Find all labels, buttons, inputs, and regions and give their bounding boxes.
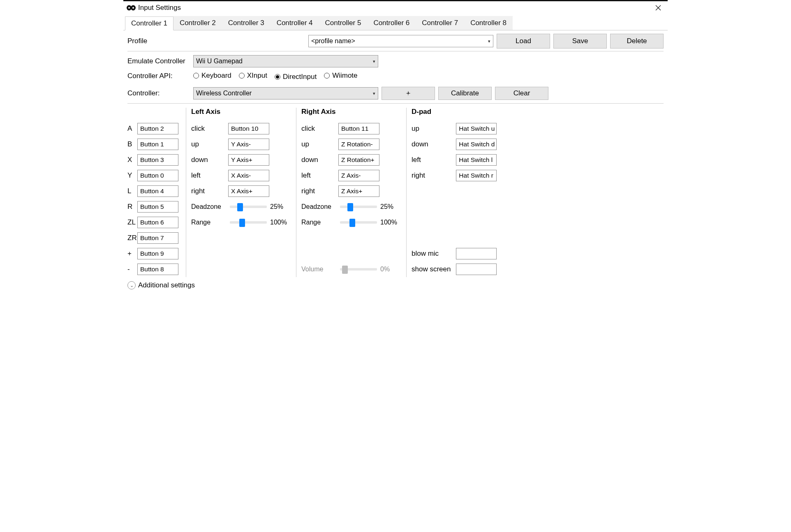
emulate-combo[interactable]: Wii U Gamepad ▾ (193, 55, 378, 67)
right-axis-binding-click[interactable]: Button 11 (338, 123, 379, 134)
button-row-b: BButton 1 (127, 136, 182, 152)
button-label: ZR (127, 234, 137, 242)
compass-button[interactable] (382, 87, 435, 100)
volume-value: 0% (380, 266, 399, 273)
controller-value: Wireless Controller (196, 90, 252, 97)
right-axis-binding-left[interactable]: Z Axis- (338, 170, 379, 181)
button-binding-x[interactable]: Button 3 (137, 154, 178, 166)
button-binding-zl[interactable]: Button 6 (137, 217, 178, 228)
left-axis-binding-right[interactable]: X Axis+ (228, 185, 269, 197)
dpad-binding-left[interactable]: Hat Switch l (456, 154, 497, 166)
left-axis-binding-click[interactable]: Button 10 (228, 123, 269, 134)
button-label: X (127, 156, 137, 164)
left-range-row: Range100% (191, 215, 292, 230)
button-label: + (127, 250, 137, 258)
button-binding--[interactable]: Button 8 (137, 264, 178, 275)
controller-combo[interactable]: Wireless Controller ▾ (193, 87, 378, 99)
api-radio-directinput[interactable]: DirectInput (275, 73, 317, 81)
dpad-binding-right[interactable]: Hat Switch r (456, 170, 497, 181)
right-deadzone-slider[interactable] (340, 206, 377, 208)
right-range-value: 100% (380, 219, 399, 226)
tab-controller-6[interactable]: Controller 6 (367, 16, 416, 30)
left-axis-binding-down[interactable]: Y Axis+ (228, 154, 269, 166)
chevron-down-icon: ▾ (488, 39, 490, 44)
button-binding-y[interactable]: Button 0 (137, 170, 178, 181)
right-axis-label: down (301, 156, 338, 164)
dpad-binding-up[interactable]: Hat Switch u (456, 123, 497, 134)
left-axis-binding-left[interactable]: X Axis- (228, 170, 269, 181)
left-range-slider[interactable] (230, 221, 267, 224)
button-row-l: LButton 4 (127, 183, 182, 199)
dpad-row-down: downHat Switch d (412, 136, 497, 152)
left-deadzone-label: Deadzone (191, 203, 227, 210)
left-axis-label: click (191, 125, 228, 133)
bindings-sections: AButton 2BButton 1XButton 3YButton 0LBut… (127, 108, 664, 277)
button-label: B (127, 140, 137, 148)
left-axis-label: up (191, 140, 228, 148)
button-row-zr: ZRButton 7 (127, 230, 182, 246)
right-axis-binding-right[interactable]: Z Axis+ (338, 185, 379, 197)
tab-controller-1[interactable]: Controller 1 (125, 16, 173, 30)
profile-label: Profile (127, 37, 193, 45)
dpad-title: D-pad (412, 108, 497, 118)
tab-controller-4[interactable]: Controller 4 (271, 16, 319, 30)
extra-row-show-screen: show screen (412, 261, 497, 277)
dpad-label: right (412, 171, 456, 180)
api-radio-keyboard[interactable]: Keyboard (193, 72, 231, 80)
extra-binding-show-screen[interactable] (456, 264, 497, 275)
additional-settings-toggle[interactable]: ⌄ Additional settings (127, 281, 664, 289)
button-binding-r[interactable]: Button 5 (137, 201, 178, 213)
svg-point-4 (132, 7, 134, 9)
left-deadzone-slider[interactable] (230, 206, 267, 208)
radio-icon (193, 73, 199, 79)
controller-tabs: Controller 1Controller 2Controller 3Cont… (123, 16, 668, 30)
button-row-a: AButton 2 (127, 121, 182, 136)
extra-binding-blow-mic[interactable] (456, 248, 497, 259)
extra-row-blow-mic: blow mic (412, 246, 497, 261)
left-axis-binding-up[interactable]: Y Axis- (228, 139, 269, 150)
right-deadzone-value: 25% (380, 203, 399, 210)
button-binding-b[interactable]: Button 1 (137, 139, 178, 150)
right-axis-row-up: upZ Rotation- (301, 136, 402, 152)
radio-icon (324, 73, 330, 79)
left-axis-row-right: rightX Axis+ (191, 183, 292, 199)
tab-controller-7[interactable]: Controller 7 (416, 16, 464, 30)
volume-slider[interactable] (340, 268, 377, 271)
button-label: A (127, 125, 137, 133)
left-axis-label: left (191, 171, 228, 180)
button-binding-a[interactable]: Button 2 (137, 123, 178, 134)
right-range-slider[interactable] (340, 221, 377, 224)
right-axis-binding-down[interactable]: Z Rotation+ (338, 154, 379, 166)
api-radio-xinput[interactable]: XInput (239, 72, 267, 80)
api-radio-wiimote[interactable]: Wiimote (324, 72, 357, 80)
tab-controller-2[interactable]: Controller 2 (173, 16, 222, 30)
profile-combo[interactable]: <profile name> ▾ (308, 35, 493, 47)
api-radios: KeyboardXInputDirectInputWiimote (193, 72, 365, 81)
button-binding-zr[interactable]: Button 7 (137, 232, 178, 244)
delete-button[interactable]: Delete (610, 34, 664, 49)
button-binding-l[interactable]: Button 4 (137, 185, 178, 197)
button-label: L (127, 187, 137, 195)
right-axis-row-down: downZ Rotation+ (301, 152, 402, 168)
right-deadzone-row: Deadzone25% (301, 199, 402, 215)
load-button[interactable]: Load (497, 34, 550, 49)
controller-row: Controller: Wireless Controller ▾ Calibr… (127, 86, 664, 101)
dpad-binding-down[interactable]: Hat Switch d (456, 139, 497, 150)
right-axis-binding-up[interactable]: Z Rotation- (338, 139, 379, 150)
clear-button[interactable]: Clear (495, 87, 548, 100)
tab-controller-5[interactable]: Controller 5 (319, 16, 368, 30)
chevron-down-icon: ▾ (373, 91, 375, 96)
left-axis-label: right (191, 187, 228, 195)
button-binding-+[interactable]: Button 9 (137, 248, 178, 259)
dpad-column: D-pad upHat Switch udownHat Switch dleft… (406, 108, 501, 277)
close-icon[interactable] (652, 2, 664, 14)
emulate-value: Wii U Gamepad (196, 58, 243, 65)
tab-controller-8[interactable]: Controller 8 (464, 16, 513, 30)
save-button[interactable]: Save (553, 34, 607, 49)
dpad-row-left: leftHat Switch l (412, 152, 497, 168)
calibrate-button[interactable]: Calibrate (438, 87, 492, 100)
button-label: Y (127, 171, 137, 180)
dpad-label: left (412, 156, 456, 164)
extra-label: show screen (412, 265, 456, 273)
tab-controller-3[interactable]: Controller 3 (222, 16, 271, 30)
